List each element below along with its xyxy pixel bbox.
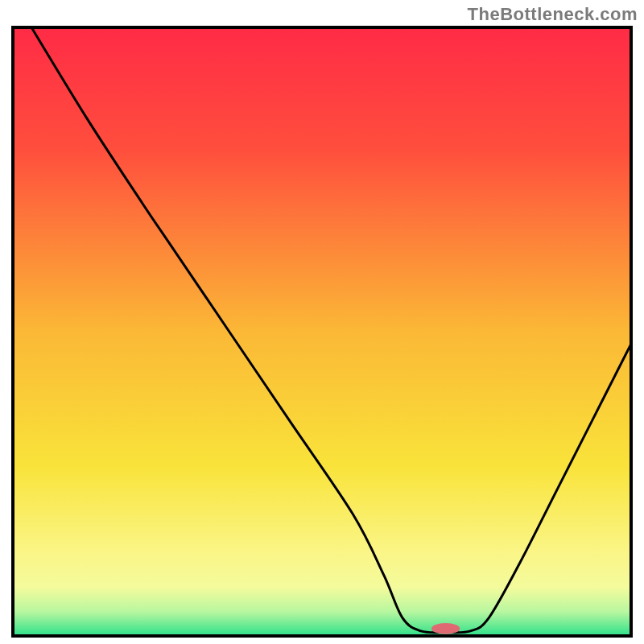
chart-svg bbox=[0, 0, 644, 644]
gradient-background bbox=[13, 27, 631, 636]
optimum-marker bbox=[431, 623, 460, 634]
chart-container: TheBottleneck.com bbox=[0, 0, 644, 644]
watermark-label: TheBottleneck.com bbox=[468, 4, 638, 25]
